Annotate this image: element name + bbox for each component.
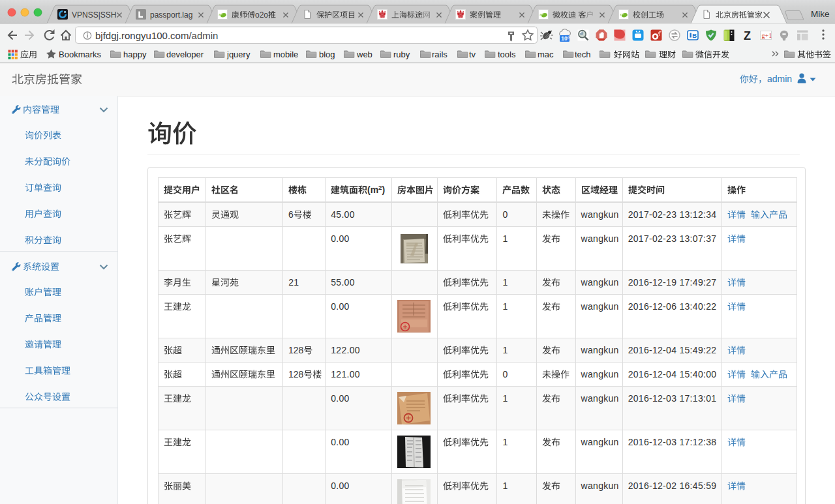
svg-text:Bookmarks: Bookmarks [59, 50, 102, 59]
svg-text:developer: developer [166, 50, 204, 59]
svg-text:g+1: g+1 [762, 32, 772, 39]
svg-text:web: web [356, 50, 372, 59]
svg-text:happy: happy [123, 50, 147, 59]
svg-text:bjfdgj.rongyu100.com/admin: bjfdgj.rongyu100.com/admin [95, 30, 218, 41]
svg-text:mac: mac [538, 50, 554, 59]
svg-text:H: H [111, 10, 117, 20]
svg-text:V: V [72, 10, 77, 20]
svg-text:S: S [88, 10, 93, 20]
svg-text:mobile: mobile [273, 50, 298, 59]
svg-text:(m2): (m2) [367, 185, 385, 195]
svg-text:tools: tools [498, 50, 516, 59]
svg-text:B: B [692, 32, 697, 39]
svg-text:o: o [264, 10, 268, 20]
svg-text:Mike: Mike [811, 9, 830, 19]
svg-text:Z: Z [744, 29, 751, 42]
svg-text:ruby: ruby [393, 50, 410, 59]
svg-text:rails: rails [432, 50, 448, 59]
svg-text:S: S [93, 10, 99, 20]
svg-text:n: n [787, 74, 792, 84]
svg-text:jquery: jquery [226, 50, 250, 59]
svg-text:128: 128 [288, 370, 304, 379]
svg-text:blog: blog [319, 50, 335, 59]
svg-text:S: S [106, 10, 111, 20]
svg-text:g: g [189, 10, 193, 20]
svg-text:6: 6 [288, 210, 294, 219]
svg-text:m: m [778, 74, 785, 84]
svg-text:d: d [772, 74, 778, 84]
svg-text:tv: tv [469, 50, 476, 59]
svg-text:10°: 10° [561, 35, 569, 42]
svg-text:S: S [100, 10, 106, 20]
svg-text:P: P [77, 10, 82, 20]
svg-text:128: 128 [288, 346, 304, 355]
svg-text:N: N [82, 10, 88, 20]
svg-text:tech: tech [575, 50, 591, 59]
